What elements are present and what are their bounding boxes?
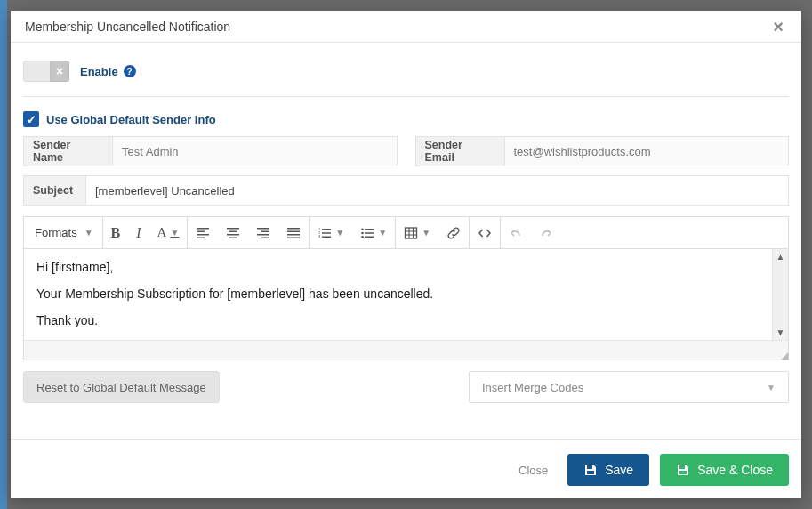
sender-email-input[interactable] — [505, 137, 789, 166]
sender-name-input[interactable] — [113, 137, 397, 166]
save-and-close-button[interactable]: Save & Close — [660, 454, 789, 486]
formats-dropdown[interactable]: Formats▼ — [24, 217, 102, 248]
enable-label: Enable — [80, 65, 118, 78]
svg-rect-8 — [587, 471, 594, 474]
global-sender-label: Use Global Default Sender Info — [46, 113, 216, 126]
numbered-list-button[interactable]: 123 ▼ — [310, 217, 352, 248]
enable-toggle[interactable]: × — [23, 61, 69, 82]
align-right-button[interactable] — [248, 217, 278, 248]
undo-button[interactable] — [501, 217, 531, 248]
close-icon[interactable]: × — [769, 14, 787, 39]
save-icon — [583, 463, 598, 477]
link-button[interactable] — [438, 217, 469, 248]
editor-content[interactable]: Hi [firstname], Your Membership Subscrip… — [24, 249, 788, 340]
help-icon[interactable]: ? — [124, 65, 136, 77]
save-button[interactable]: Save — [567, 454, 649, 486]
bold-button[interactable]: B — [103, 217, 129, 248]
modal-title: Membership Uncancelled Notification — [25, 20, 230, 34]
bullet-list-button[interactable]: ▼ — [352, 217, 395, 248]
rich-text-editor: Formats▼ B I A▼ — [23, 216, 789, 360]
resize-handle-icon[interactable]: ◢ — [781, 352, 785, 358]
align-left-button[interactable] — [188, 217, 218, 248]
chevron-down-icon: ▼ — [767, 383, 776, 392]
modal-footer: Close Save Save & Close — [11, 439, 801, 498]
scrollbar[interactable]: ▲ ▼ — [772, 249, 788, 340]
source-code-button[interactable] — [470, 217, 500, 248]
reset-default-button[interactable]: Reset to Global Default Message — [23, 371, 220, 403]
body-line: Hi [firstname], — [36, 260, 776, 274]
svg-text:3: 3 — [318, 234, 321, 238]
svg-point-5 — [361, 236, 364, 238]
underline-button[interactable]: A▼ — [149, 217, 188, 248]
save-icon — [676, 463, 690, 477]
redo-button[interactable] — [531, 217, 561, 248]
align-justify-button[interactable] — [278, 217, 309, 248]
global-sender-checkbox[interactable]: ✓ — [23, 111, 39, 127]
svg-rect-10 — [679, 471, 687, 474]
svg-rect-9 — [679, 465, 685, 469]
sender-email-label: Sender Email — [416, 137, 505, 166]
italic-button[interactable]: I — [128, 217, 149, 248]
svg-point-3 — [361, 228, 364, 230]
body-line: Your Membership Subscription for [member… — [36, 287, 776, 301]
svg-rect-7 — [587, 465, 592, 469]
editor-statusbar: ◢ — [24, 340, 788, 360]
chevron-down-icon: ▼ — [170, 228, 179, 238]
chevron-down-icon: ▼ — [84, 228, 93, 238]
chevron-down-icon: ▼ — [378, 228, 387, 238]
sender-name-label: Sender Name — [24, 137, 113, 166]
chevron-down-icon: ▼ — [335, 228, 344, 238]
toggle-x-icon: × — [50, 61, 69, 82]
subject-label: Subject — [24, 176, 86, 205]
modal-membership-uncancelled: Membership Uncancelled Notification × × … — [11, 11, 801, 498]
merge-codes-dropdown[interactable]: Insert Merge Codes ▼ — [469, 371, 789, 403]
svg-rect-6 — [406, 228, 417, 238]
subject-input[interactable] — [86, 176, 788, 205]
close-button[interactable]: Close — [510, 456, 557, 484]
scroll-down-arrow-icon: ▼ — [776, 325, 785, 340]
svg-point-4 — [361, 231, 364, 234]
chevron-down-icon: ▼ — [422, 228, 430, 238]
align-center-button[interactable] — [218, 217, 248, 248]
table-button[interactable]: ▼ — [396, 217, 438, 248]
body-line: Thank you. — [36, 313, 776, 327]
editor-toolbar: Formats▼ B I A▼ — [24, 217, 788, 249]
modal-header: Membership Uncancelled Notification × — [11, 11, 801, 43]
merge-codes-placeholder: Insert Merge Codes — [482, 381, 583, 394]
scroll-up-arrow-icon: ▲ — [776, 249, 785, 264]
